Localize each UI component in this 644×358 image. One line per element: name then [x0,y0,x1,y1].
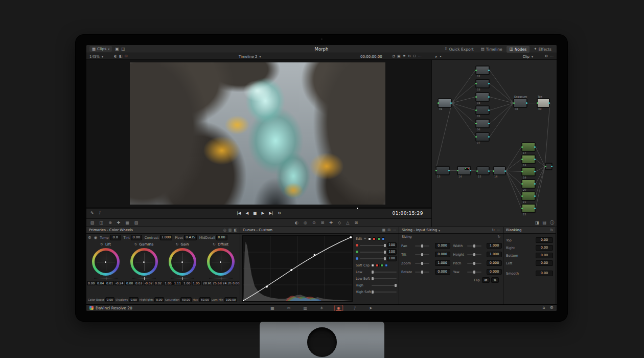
wheel-value[interactable]: 1.05 [192,281,200,285]
wheel-value[interactable]: -0.24 [114,281,124,285]
width-value[interactable]: 1.000 [487,243,502,249]
soft-b-chip[interactable] [385,264,388,267]
node-14[interactable]: 14 [457,166,471,175]
red-channel-slider[interactable] [360,245,386,246]
contrast-value[interactable]: 1.000 [160,235,173,240]
node-16[interactable]: 16 [493,167,505,175]
tint-value[interactable]: 0.00 [131,235,142,240]
more-icon[interactable]: ⋯ [393,229,396,232]
reset-icon[interactable]: ↻ [492,229,495,232]
zoom-select[interactable]: 145% ▾ [89,53,103,60]
slider-thumb[interactable] [384,257,386,260]
effects-button[interactable]: ✦Effects [531,46,555,53]
page-media-icon[interactable]: ▦ [268,305,277,311]
red-channel-value[interactable]: 100 [387,242,397,248]
stop-button[interactable]: ■ [253,211,257,215]
node-graph-panel[interactable]: 01020304050607Exposure08Tex0913141516171… [432,60,557,227]
node-19[interactable]: 19 [522,167,535,176]
node-15[interactable]: 15 [477,167,489,175]
flip-horizontal-button[interactable]: ⇄ [482,277,490,283]
low-slider[interactable] [372,272,397,273]
temp-value[interactable]: 0.0 [110,235,121,240]
mark-icon[interactable]: ⚑ [403,55,406,58]
wheel-value[interactable]: 0.04 [96,281,105,285]
camera-icon[interactable]: ▣ [397,55,401,58]
duration-icon[interactable]: ◔ [392,55,395,58]
wheel-value[interactable]: 1.11 [173,281,182,285]
zoom-fit-icon[interactable]: ⊡ [413,55,416,58]
left-value[interactable]: 0.00 [536,260,553,266]
bottom-value[interactable]: 0.00 [536,253,553,258]
lut-browser-icon[interactable]: ▦ [126,221,130,225]
channel-b-chip[interactable] [382,237,385,240]
reset-icon[interactable]: ↻ [134,243,137,247]
reset-icon[interactable]: ↻ [176,243,179,247]
rotate-slider[interactable] [415,272,429,273]
node-08[interactable]: Exposure08 [514,99,527,107]
hue-value[interactable]: 50.00 [199,297,211,302]
clips-button[interactable]: ▦ Clips ▾ [89,46,112,52]
single-viewer-icon[interactable]: ▣ [115,47,119,51]
top-value[interactable]: 0.00 [536,237,553,243]
slider-thumb[interactable] [395,284,397,287]
timeline-select[interactable]: Timeline 2 ▾ [239,53,261,60]
high-slider[interactable] [372,285,397,286]
channel-r-chip[interactable] [373,237,376,240]
wipe-icon[interactable]: ◫ [100,221,104,225]
shadows-value[interactable]: 0.00 [129,297,138,302]
wheel-value[interactable]: 0.00 [232,281,239,285]
saturation-value[interactable]: 50.00 [180,297,192,302]
auto-balance-icon[interactable]: ◉ [94,236,98,240]
node-07[interactable]: 07 [476,132,489,141]
yaw-value[interactable]: 0.000 [487,269,502,275]
split-compare-icon[interactable]: ◐ [295,221,298,225]
chevron-down-icon[interactable]: ▾ [439,229,440,232]
node-17[interactable]: 17 [522,143,535,151]
slider-thumb[interactable] [372,271,374,274]
curve-presets-icon[interactable]: ▦ [382,229,386,232]
slider-thumb[interactable] [421,271,423,274]
slider-thumb[interactable] [384,244,386,247]
rotate-value[interactable]: 0.000 [435,269,450,275]
lightbox-icon[interactable]: ▤ [542,221,546,225]
soft-y-chip[interactable] [371,264,374,267]
expand-icon[interactable]: ⊞ [387,229,390,232]
page-cut-icon[interactable]: ✂ [285,305,293,311]
smooth-value[interactable]: 0.00 [536,271,553,276]
reset-icon[interactable]: ↻ [213,243,216,247]
pitch-slider[interactable] [467,263,481,264]
node-09[interactable]: Tex09 [537,99,549,107]
wheel-value[interactable]: 0.01 [105,281,114,285]
reset-icon[interactable]: ↻ [550,229,553,232]
loop-playback-button[interactable]: ↻ [278,211,281,215]
tilt-value[interactable]: 0.000 [435,252,450,257]
channel-y-chip[interactable] [368,237,371,240]
wheel-value[interactable]: 0.00 [125,281,134,285]
slider-thumb[interactable] [421,253,423,256]
pitch-value[interactable]: 0.000 [487,260,502,266]
master-wheel-offset[interactable] [209,278,233,279]
slider-thumb[interactable] [421,262,423,265]
highlight-icon[interactable]: ◨ [535,221,539,225]
node-04[interactable]: 04 [476,93,489,101]
image-wipe-icon[interactable]: ◧ [119,55,123,58]
blue-channel-slider[interactable] [360,258,386,259]
node-03[interactable]: 03 [476,79,489,88]
slider-thumb[interactable] [372,290,374,294]
color-wheel-offset[interactable] [207,248,235,276]
zoom-tool-icon[interactable]: ⊕ [108,221,112,225]
height-value[interactable]: 1.000 [487,252,502,257]
project-settings-icon[interactable]: ⚙ [550,306,554,310]
wheel-value[interactable]: 1.00 [182,281,191,285]
log-mode-icon[interactable]: ◧ [234,229,237,232]
settings-icon[interactable]: ⚙ [545,55,548,58]
split-screen-icon[interactable]: ⊞ [125,55,128,58]
pan-slider[interactable] [415,245,429,247]
tilt-slider[interactable] [415,254,429,255]
play-button[interactable]: ▶ [261,211,264,215]
scrub-bar[interactable] [86,208,431,209]
nodes-button[interactable]: ◫Nodes [507,46,530,53]
grab-still-icon[interactable]: ▧ [90,221,95,225]
slider-thumb[interactable] [473,244,475,248]
soft-r-chip[interactable] [376,264,379,267]
